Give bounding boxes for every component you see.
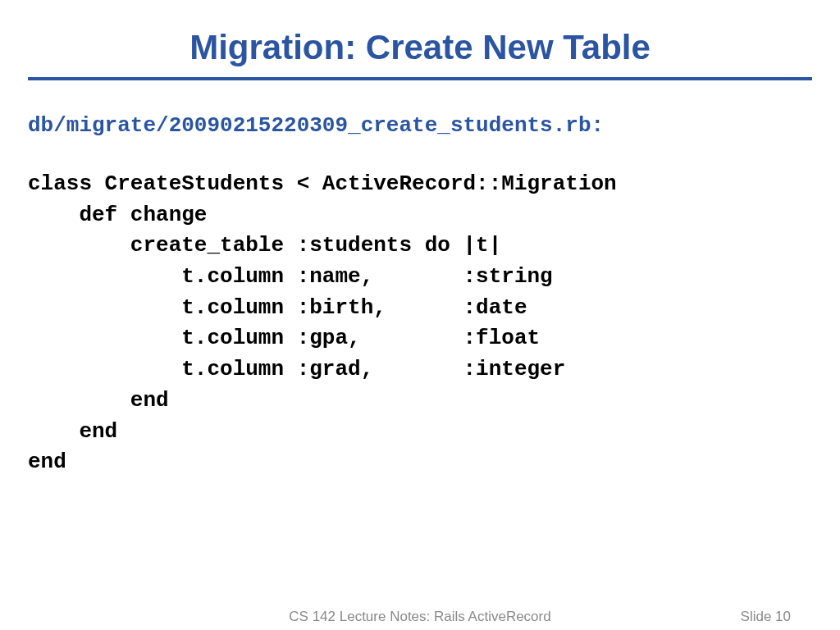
- footer-center-text: CS 142 Lecture Notes: Rails ActiveRecord: [0, 609, 840, 625]
- file-path: db/migrate/20090215220309_create_student…: [28, 113, 812, 138]
- slide-content: db/migrate/20090215220309_create_student…: [0, 80, 840, 478]
- code-block: class CreateStudents < ActiveRecord::Mig…: [28, 169, 812, 478]
- slide: Migration: Create New Table db/migrate/2…: [0, 0, 840, 630]
- slide-title: Migration: Create New Table: [0, 0, 840, 77]
- footer-slide-number: Slide 10: [741, 609, 791, 625]
